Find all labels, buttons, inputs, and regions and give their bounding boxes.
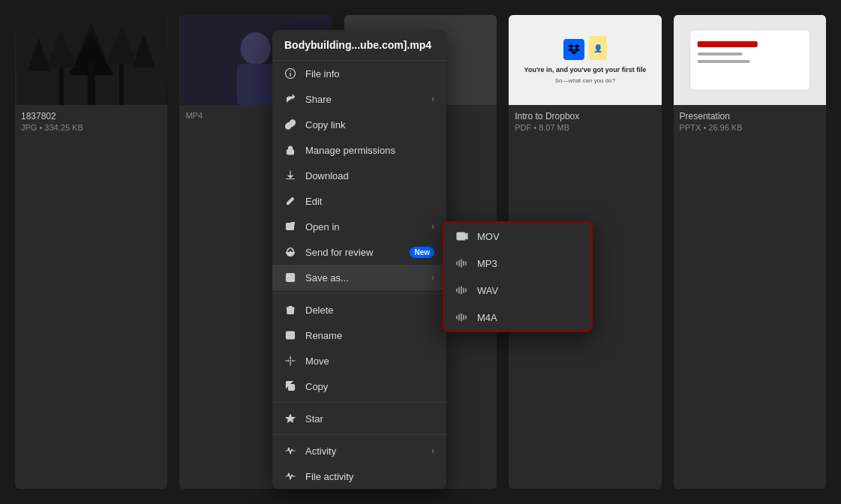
menu-item-edit[interactable]: Edit: [272, 188, 446, 214]
submenu-arrow: ›: [431, 272, 434, 283]
submenu-label: MOV: [477, 231, 500, 242]
submenu-arrow: ›: [431, 221, 434, 232]
menu-item-copy[interactable]: Copy: [272, 374, 446, 399]
menu-item-file-activity[interactable]: File activity: [272, 464, 446, 489]
file-name: Presentation: [680, 111, 820, 122]
svg-rect-29: [287, 278, 293, 281]
menu-item-move[interactable]: Move: [272, 348, 446, 374]
submenu-item-wav[interactable]: WAV: [444, 277, 591, 304]
audio-format-icon: [456, 284, 468, 296]
svg-rect-17: [697, 41, 757, 47]
promo-sub: So—what can you do?: [555, 77, 616, 84]
menu-item-activity[interactable]: Activity ›: [272, 438, 446, 464]
save-as-submenu: MOV MP3 WAV M4A: [443, 221, 593, 332]
menu-label: Save as...: [305, 272, 349, 284]
svg-rect-21: [290, 73, 290, 76]
menu-item-star[interactable]: Star: [272, 406, 446, 431]
menu-item-save-as[interactable]: Save as... ›: [272, 265, 446, 290]
file-meta: JPG • 334.25 KB: [21, 123, 161, 132]
submenu-arrow: ›: [431, 446, 434, 456]
file-activity-icon: [284, 470, 296, 482]
menu-item-manage-permissions[interactable]: Manage permissions: [272, 137, 446, 163]
svg-point-31: [290, 360, 291, 362]
file-name: 1837802: [21, 111, 161, 122]
file-card[interactable]: Presentation PPTX • 26.96 KB: [674, 15, 826, 489]
menu-item-delete[interactable]: Delete: [272, 297, 446, 322]
file-name: Intro to Dropbox: [515, 111, 655, 122]
download-icon: [284, 170, 296, 182]
menu-label: Open in: [305, 221, 340, 232]
audio-format-icon: [456, 311, 468, 323]
menu-label: Star: [305, 413, 323, 424]
file-info: 1837802 JPG • 334.25 KB: [15, 105, 167, 138]
menu-label: Rename: [305, 330, 342, 341]
context-menu-title: Bodybuilding...ube.com].mp4: [272, 30, 446, 61]
file-thumbnail: 👤 You're in, and you've got your first f…: [509, 15, 661, 105]
file-info: Intro to Dropbox PDF • 8.07 MB: [509, 105, 661, 138]
video-format-icon: [456, 230, 468, 242]
menu-item-open-in[interactable]: Open in ›: [272, 214, 446, 239]
move-icon: [284, 355, 296, 367]
context-menu: Bodybuilding...ube.com].mp4 File info Sh…: [272, 30, 446, 489]
menu-item-copy-link[interactable]: Copy link: [272, 112, 446, 137]
menu-item-file-info[interactable]: File info: [272, 61, 446, 86]
file-meta: PPTX • 26.96 KB: [680, 123, 820, 132]
submenu-label: MP3: [477, 258, 497, 269]
open-icon: [284, 220, 296, 232]
link-icon: [284, 118, 296, 130]
trash-icon: [284, 304, 296, 316]
submenu-item-mov[interactable]: MOV: [444, 223, 591, 250]
menu-label: Delete: [305, 304, 334, 316]
info-icon: [284, 68, 296, 80]
menu-label: Edit: [305, 196, 322, 207]
menu-item-rename[interactable]: Rename: [272, 322, 446, 348]
svg-rect-7: [88, 60, 95, 105]
promo-title: You're in, and you've got your first fil…: [524, 66, 647, 74]
svg-rect-34: [457, 232, 465, 240]
file-info: Presentation PPTX • 26.96 KB: [674, 105, 826, 138]
menu-label: Manage permissions: [305, 145, 395, 156]
menu-label: Copy: [305, 381, 328, 392]
menu-label: Share: [305, 94, 332, 105]
svg-rect-18: [697, 52, 742, 56]
submenu-arrow: ›: [431, 94, 434, 104]
menu-label: File info: [305, 68, 340, 80]
file-thumbnail: [15, 15, 167, 105]
menu-label: Send for review: [305, 247, 373, 258]
menu-label: Activity: [305, 446, 336, 457]
submenu-label: M4A: [477, 312, 497, 323]
file-card[interactable]: 1837802 JPG • 334.25 KB: [15, 15, 167, 489]
menu-divider: [272, 434, 446, 435]
file-meta: PDF • 8.07 MB: [515, 123, 655, 132]
submenu-item-mp3[interactable]: MP3: [444, 250, 591, 277]
svg-marker-33: [286, 415, 295, 423]
edit-icon: [284, 195, 296, 207]
svg-rect-28: [288, 274, 293, 277]
svg-rect-12: [237, 64, 275, 105]
menu-label: Download: [305, 170, 349, 182]
menu-divider: [272, 402, 446, 403]
menu-item-download[interactable]: Download: [272, 163, 446, 188]
menu-item-share[interactable]: Share ›: [272, 86, 446, 112]
submenu-label: WAV: [477, 285, 498, 296]
svg-rect-32: [289, 385, 295, 391]
rename-icon: [284, 329, 296, 341]
menu-label: File activity: [305, 471, 353, 482]
submenu-item-m4a[interactable]: M4A: [444, 304, 591, 331]
svg-point-22: [290, 70, 291, 72]
lock-icon: [284, 144, 296, 156]
svg-rect-8: [59, 68, 64, 105]
activity-icon: [284, 445, 296, 457]
svg-point-26: [290, 251, 292, 254]
audio-format-icon: [456, 257, 468, 269]
menu-divider: [272, 293, 446, 294]
new-badge: New: [410, 247, 434, 258]
file-thumbnail: [674, 15, 826, 105]
svg-rect-19: [697, 60, 749, 63]
menu-item-send-for-review[interactable]: Send for review New: [272, 239, 446, 265]
save-icon: [284, 272, 296, 284]
svg-point-24: [290, 152, 291, 153]
share-icon: [284, 93, 296, 105]
star-icon: [284, 412, 296, 424]
svg-point-11: [241, 32, 271, 65]
